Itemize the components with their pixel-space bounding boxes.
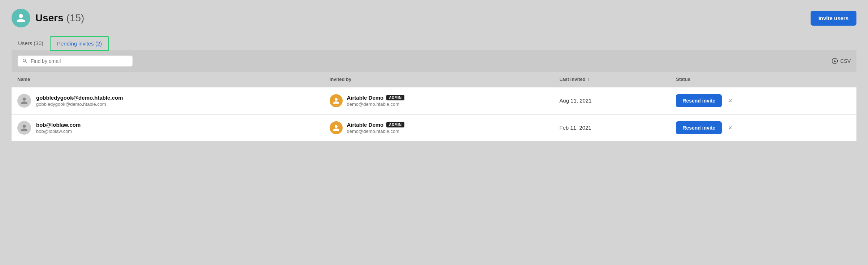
- table-header-row: Name Invited by Last invited ↑ Status: [12, 71, 856, 87]
- inviter-person-icon: [333, 97, 340, 104]
- users-avatar-icon: [12, 9, 30, 27]
- dismiss-button-1[interactable]: ×: [726, 96, 734, 106]
- inviter-name-2: Airtable Demo: [347, 122, 384, 128]
- resend-invite-button-1[interactable]: Resend invite: [676, 94, 722, 107]
- inviter-name-1: Airtable Demo: [347, 95, 384, 101]
- admin-badge-2: ADMIN: [386, 122, 404, 127]
- user-avatar-1: [17, 94, 31, 108]
- tab-pending-invites[interactable]: Pending invites (2): [50, 36, 109, 51]
- name-cell-2: bob@loblaw.com bob@loblaw.com: [12, 114, 324, 142]
- col-header-last-invited: Last invited ↑: [554, 71, 670, 87]
- inviter-avatar-1: [330, 94, 343, 107]
- inviter-person-icon: [333, 124, 340, 131]
- person-icon: [20, 124, 28, 132]
- col-header-invited-by: Invited by: [324, 71, 554, 87]
- col-header-status: Status: [670, 71, 856, 87]
- name-cell-1: gobbledygook@demo.htable.com gobbledygoo…: [12, 87, 324, 114]
- status-cell-2: Resend invite ×: [670, 114, 856, 142]
- sort-arrow-icon: ↑: [587, 77, 590, 82]
- date-cell-2: Feb 11, 2021: [554, 114, 670, 142]
- inviter-email-2: demo@demo.htable.com: [347, 129, 404, 134]
- table-row: bob@loblaw.com bob@loblaw.com: [12, 114, 856, 142]
- resend-invite-button-2[interactable]: Resend invite: [676, 121, 722, 134]
- date-cell-1: Aug 11, 2021: [554, 87, 670, 114]
- tab-users[interactable]: Users (30): [12, 36, 50, 51]
- inviter-email-1: demo@demo.htable.com: [347, 101, 404, 107]
- user-name-secondary-2: bob@loblaw.com: [36, 129, 81, 134]
- page-header: Users (15) Invite users: [12, 9, 856, 27]
- data-table-container: Name Invited by Last invited ↑ Status: [12, 71, 856, 141]
- user-name-secondary-1: gobbledygook@demo.htable.com: [36, 101, 123, 107]
- user-name-primary-1: gobbledygook@demo.htable.com: [36, 95, 123, 101]
- user-avatar-2: [17, 121, 31, 135]
- user-name-primary-2: bob@loblaw.com: [36, 122, 81, 128]
- person-icon: [16, 13, 26, 23]
- users-count: (15): [66, 12, 84, 23]
- search-input-wrapper[interactable]: [17, 55, 133, 67]
- csv-button[interactable]: CSV: [832, 58, 851, 64]
- inviter-avatar-2: [330, 121, 343, 134]
- download-icon: [832, 58, 838, 64]
- dismiss-button-2[interactable]: ×: [726, 123, 734, 133]
- search-icon: [22, 58, 28, 64]
- invited-by-cell-2: Airtable Demo ADMIN demo@demo.htable.com: [324, 114, 554, 142]
- search-input[interactable]: [31, 58, 128, 64]
- search-bar-row: CSV: [12, 51, 856, 71]
- header-left: Users (15): [12, 9, 84, 27]
- page-title: Users (15): [35, 12, 84, 24]
- invite-users-button[interactable]: Invite users: [811, 11, 856, 26]
- admin-badge-1: ADMIN: [386, 95, 404, 100]
- tabs-row: Users (30) Pending invites (2): [12, 36, 856, 51]
- table-row: gobbledygook@demo.htable.com gobbledygoo…: [12, 87, 856, 114]
- person-icon: [20, 97, 28, 105]
- pending-invites-table: Name Invited by Last invited ↑ Status: [12, 71, 856, 141]
- col-header-name: Name: [12, 71, 324, 87]
- status-cell-1: Resend invite ×: [670, 87, 856, 114]
- invited-by-cell-1: Airtable Demo ADMIN demo@demo.htable.com: [324, 87, 554, 114]
